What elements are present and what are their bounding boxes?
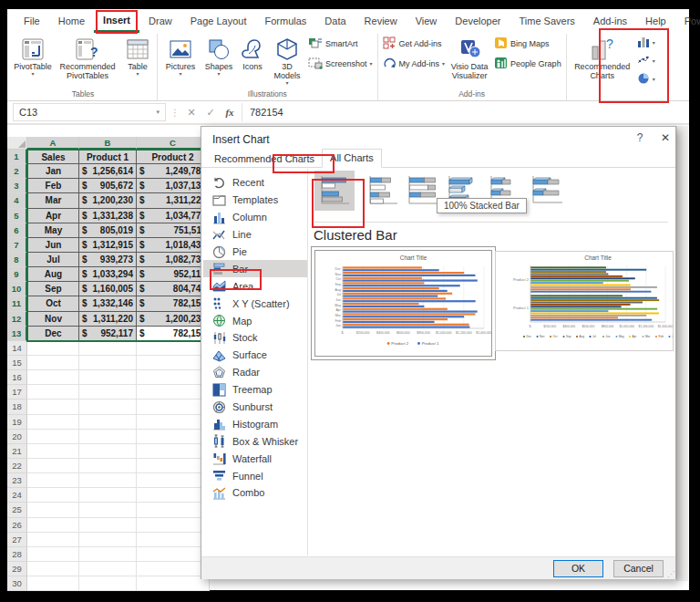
- ribbon-tab-help[interactable]: Help: [636, 9, 675, 33]
- cell-A12[interactable]: Nov: [27, 312, 79, 327]
- cell-B28[interactable]: [79, 547, 137, 562]
- chart-type-bar[interactable]: Bar: [203, 260, 307, 277]
- row-header-7[interactable]: 7: [7, 238, 27, 253]
- cell-C2[interactable]: $1,249,787: [137, 164, 210, 179]
- cell-C18[interactable]: [137, 400, 210, 414]
- row-header-25[interactable]: 25: [7, 503, 27, 517]
- ribbon-tab-developer[interactable]: Developer: [446, 9, 510, 33]
- ribbon-tab-home[interactable]: Home: [49, 9, 94, 33]
- ribbon-tab-insert[interactable]: Insert: [94, 9, 139, 33]
- insert-function-icon[interactable]: fx: [222, 107, 237, 118]
- row-header-6[interactable]: 6: [7, 223, 27, 238]
- row-header-16[interactable]: 16: [7, 370, 27, 385]
- row-header-20[interactable]: 20: [7, 430, 27, 444]
- ribbon-button-recommended-pivottables[interactable]: ?Recommended PivotTables: [54, 34, 121, 80]
- resize-grip[interactable]: ⋰: [667, 570, 674, 578]
- row-header-26[interactable]: 26: [7, 518, 27, 533]
- cell-A28[interactable]: [27, 547, 79, 562]
- cell-B10[interactable]: $1,160,005: [79, 282, 137, 296]
- dropdown-caret-icon[interactable]: ▾: [217, 71, 220, 77]
- name-box[interactable]: C13 ▾: [13, 103, 166, 121]
- dialog-tab-all-charts[interactable]: All Charts: [322, 149, 382, 168]
- row-header-22[interactable]: 22: [7, 459, 27, 473]
- formula-input[interactable]: 782154: [242, 103, 684, 121]
- ribbon-button-bing-maps[interactable]: Bing Maps: [492, 34, 563, 54]
- ribbon-tab-file[interactable]: File: [15, 9, 49, 33]
- ok-button[interactable]: OK: [553, 560, 603, 577]
- cell-A8[interactable]: Jul: [27, 253, 79, 267]
- row-header-14[interactable]: 14: [7, 341, 27, 356]
- cell-B19[interactable]: [79, 415, 137, 430]
- row-header-30[interactable]: 30: [7, 576, 27, 591]
- ribbon-tab-review[interactable]: Review: [355, 9, 407, 33]
- cancel-entry-icon[interactable]: ✕: [184, 107, 199, 119]
- ribbon-button-table[interactable]: Table▾: [121, 34, 154, 77]
- cell-A14[interactable]: [27, 341, 79, 356]
- ribbon-button-pictures[interactable]: Pictures▾: [160, 34, 201, 77]
- cell-A24[interactable]: [27, 488, 79, 503]
- chart-type-recent[interactable]: Recent: [203, 174, 307, 192]
- cell-C6[interactable]: $751,511: [137, 223, 210, 238]
- cell-C27[interactable]: [137, 533, 210, 547]
- cell-B9[interactable]: $1,033,294: [79, 267, 137, 282]
- select-all-corner[interactable]: [7, 137, 27, 150]
- cell-C10[interactable]: $804,747: [137, 282, 210, 296]
- chart-type-pie[interactable]: Pie: [203, 244, 307, 261]
- cell-A16[interactable]: [27, 370, 79, 385]
- cell-A6[interactable]: May: [27, 223, 79, 238]
- ribbon-button-scatter-chart-icon[interactable]: ▾: [635, 52, 657, 70]
- dropdown-caret-icon[interactable]: ▾: [653, 77, 655, 82]
- cell-A5[interactable]: Apr: [27, 209, 79, 223]
- cell-B27[interactable]: [79, 533, 137, 547]
- ribbon-button-column-chart-icon[interactable]: ▾: [635, 34, 657, 52]
- row-header-4[interactable]: 4: [7, 193, 27, 208]
- row-header-24[interactable]: 24: [7, 488, 27, 503]
- ribbon-button-people-graph[interactable]: People Graph: [492, 54, 563, 74]
- cell-B23[interactable]: [79, 473, 137, 488]
- cancel-button[interactable]: Cancel: [613, 560, 664, 577]
- row-header-13[interactable]: 13: [7, 327, 27, 341]
- cell-B16[interactable]: [79, 370, 137, 385]
- chart-type-map[interactable]: Map: [203, 312, 307, 329]
- dropdown-caret-icon[interactable]: ▾: [653, 58, 655, 64]
- row-header-9[interactable]: 9: [7, 267, 27, 282]
- cell-B25[interactable]: [79, 503, 137, 517]
- row-header-17[interactable]: 17: [7, 385, 27, 400]
- cell-C17[interactable]: [137, 385, 210, 400]
- row-header-18[interactable]: 18: [7, 400, 27, 414]
- dialog-close-icon[interactable]: ✕: [655, 131, 675, 148]
- cell-A21[interactable]: [27, 444, 79, 459]
- ribbon-button-screenshot[interactable]: Screenshot▾: [306, 54, 375, 74]
- cell-A15[interactable]: [27, 356, 79, 370]
- cell-B2[interactable]: $1,256,614: [79, 164, 137, 179]
- cell-A20[interactable]: [27, 430, 79, 444]
- ribbon-button-icons[interactable]: Icons: [237, 34, 268, 71]
- column-header-A[interactable]: A: [27, 137, 79, 150]
- cell-B3[interactable]: $905,672: [79, 179, 137, 193]
- cell-B8[interactable]: $939,273: [79, 253, 137, 267]
- cell-B18[interactable]: [79, 400, 137, 414]
- cell-B4[interactable]: $1,200,230: [79, 193, 137, 208]
- row-header-8[interactable]: 8: [7, 253, 27, 267]
- cell-B30[interactable]: [79, 576, 137, 591]
- enter-entry-icon[interactable]: ✓: [203, 107, 218, 119]
- ribbon-button-3d-models[interactable]: 3D Models▾: [268, 34, 306, 86]
- cell-A9[interactable]: Aug: [27, 267, 79, 282]
- cell-B13[interactable]: $952,117: [79, 327, 137, 341]
- cell-A19[interactable]: [27, 415, 79, 430]
- cell-C8[interactable]: $1,082,736: [137, 253, 210, 267]
- row-header-10[interactable]: 10: [7, 282, 27, 296]
- cell-C20[interactable]: [137, 430, 210, 444]
- cell-C29[interactable]: [137, 562, 210, 576]
- ribbon-button-pie-chart-icon[interactable]: ▾: [635, 70, 657, 88]
- column-header-C[interactable]: C: [137, 137, 210, 150]
- cell-C21[interactable]: [137, 444, 210, 459]
- dropdown-caret-icon[interactable]: ▾: [285, 80, 288, 86]
- chart-type-stock[interactable]: Stock: [203, 329, 307, 347]
- cell-C26[interactable]: [137, 518, 210, 533]
- dropdown-caret-icon[interactable]: ▾: [653, 40, 655, 46]
- ribbon-button-recommended-charts[interactable]: ?Recommended Charts: [570, 34, 635, 80]
- cell-C4[interactable]: $1,311,220: [137, 193, 210, 208]
- dropdown-caret-icon[interactable]: ▾: [136, 71, 139, 77]
- chart-type-combo[interactable]: Combo: [203, 484, 307, 502]
